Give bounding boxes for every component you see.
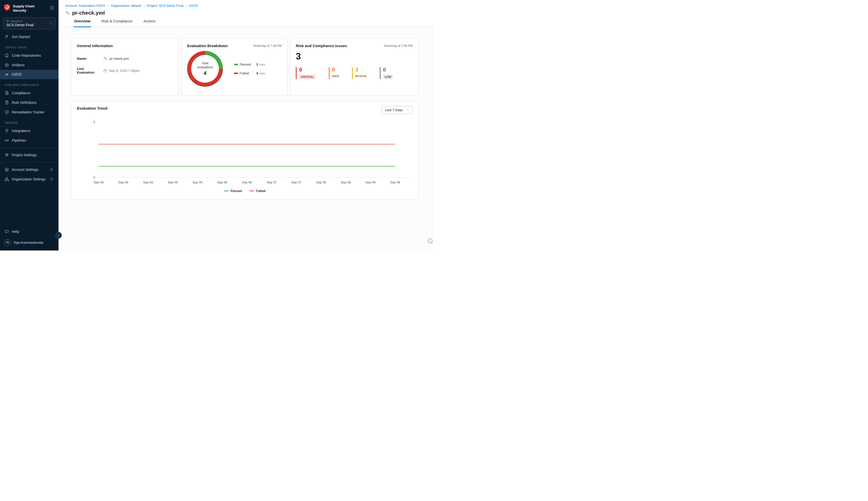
sidebar-item-get-started[interactable]: Get Started xyxy=(0,32,59,42)
svg-text:Sep 09: Sep 09 xyxy=(365,181,376,184)
breadcrumb-link-0[interactable]: Account: Automation-SSCA xyxy=(65,4,105,8)
info-icon[interactable] xyxy=(50,168,54,171)
legend-label: Failed xyxy=(256,189,265,193)
sidebar-item-compliance[interactable]: Compliance xyxy=(0,88,59,98)
cards-row: General Information Name: pr-check.yml L… xyxy=(71,38,418,96)
card-timestamp: Yesterday at 7:48 PM xyxy=(384,44,412,47)
user-menu[interactable]: TK Teja Kummarikuntla xyxy=(0,236,59,247)
svg-text:0: 0 xyxy=(93,175,95,179)
app-root: Supply Chain Security PROJECT SCS Demo F… xyxy=(0,0,434,250)
card-title: Evaluation Breakdown xyxy=(187,44,228,48)
severity-count: 0 xyxy=(383,67,393,73)
gear-icon: ⚙ xyxy=(4,153,9,157)
breadcrumb-link-3[interactable]: CI/CD xyxy=(189,4,198,8)
trend-legend-item-passed: Passed xyxy=(224,189,242,193)
sidebar-section-title: MANAGE xyxy=(0,117,59,126)
help-label: Help xyxy=(12,230,19,234)
sidebar-item-integrations[interactable]: Integrations xyxy=(0,126,59,136)
cube-icon xyxy=(6,20,9,23)
sidebar-item-code-repositories[interactable]: Code Repositories xyxy=(0,51,59,60)
legend-dash xyxy=(249,191,254,191)
sidebar-item-label: Pipelines xyxy=(12,138,26,142)
package-icon xyxy=(4,63,9,67)
chevron-down-icon xyxy=(406,108,409,111)
pipeline-icon xyxy=(4,138,9,143)
sidebar-item-organization-settings[interactable]: Organization Settings xyxy=(0,174,59,184)
sidebar-divider xyxy=(0,162,59,162)
sidebar-item-label: Compliance xyxy=(12,91,31,95)
sidebar-item-label: Project Settings xyxy=(12,153,36,157)
svg-text:Sep 09: Sep 09 xyxy=(390,181,400,184)
name-value: pr-check.yml xyxy=(109,57,129,61)
donut-center-line2: evaluations xyxy=(197,65,213,70)
severity-count: 0 xyxy=(332,67,339,73)
name-label: Name: xyxy=(77,57,103,61)
help-chat-icon xyxy=(4,229,9,234)
content: General Information Name: pr-check.yml L… xyxy=(59,27,434,250)
breadcrumb-link-2[interactable]: Project: SCS Demo Final xyxy=(147,4,183,8)
module-grid-icon[interactable] xyxy=(49,5,55,12)
tab-overview[interactable]: Overview xyxy=(74,19,91,27)
sidebar-item-account-settings[interactable]: Account Settings xyxy=(0,165,59,174)
svg-text:5: 5 xyxy=(93,120,95,124)
severity-medium: 3MEDIUM xyxy=(352,67,366,79)
breadcrumb-separator: › xyxy=(186,3,187,8)
chevron-right-icon xyxy=(49,21,53,25)
breadcrumb-link-1[interactable]: Organization: default xyxy=(111,4,141,8)
risk-and-compliance-issues-card: Risk and Compliance Issues Yesterday at … xyxy=(290,38,418,96)
project-selector[interactable]: PROJECT SCS Demo Final xyxy=(3,18,55,30)
sidebar-item-help[interactable]: Help xyxy=(0,227,59,236)
date-range-select[interactable]: Last 7 Days xyxy=(382,106,412,114)
sidebar-section-title: RISK AND COMPLIANCE xyxy=(0,79,59,88)
chat-help-button[interactable] xyxy=(427,238,433,245)
severity-count: 3 xyxy=(355,67,366,73)
legend-swatch-passed xyxy=(234,64,238,65)
evaluation-trend-card: Evaluation Trend Last 7 Days 05Sep 03Sep… xyxy=(71,101,418,200)
breakdown-legend: Passed1rulesFailed3rules xyxy=(234,63,265,75)
sidebar-collapse-toggle[interactable] xyxy=(55,232,62,239)
sidebar-item-artifacts[interactable]: Artifacts xyxy=(0,60,59,70)
sidebar-item-label: Code Repositories xyxy=(12,53,41,57)
title-row: pr-check.yml xyxy=(65,10,434,16)
sidebar-item-pipelines[interactable]: Pipelines xyxy=(0,136,59,145)
svg-text:Sep 03: Sep 03 xyxy=(94,181,104,184)
sidebar-section-title: SUPPLY CHAIN xyxy=(0,42,59,51)
sidebar-item-label: Get Started xyxy=(12,35,30,39)
tab-risk-compliance[interactable]: Risk & Compliance xyxy=(101,19,133,27)
brand-name: Supply Chain Security xyxy=(13,4,46,13)
legend-unit: rules xyxy=(259,72,265,75)
sidebar-item-label: Artifacts xyxy=(12,63,25,67)
chevron-left-icon xyxy=(57,234,60,237)
sidebar-item-label: Account Settings xyxy=(12,168,38,172)
avatar: TK xyxy=(4,239,11,246)
breadcrumb: Account: Automation-SSCA›Organization: d… xyxy=(65,3,434,8)
layers-icon xyxy=(4,167,9,172)
svg-text:Sep 08: Sep 08 xyxy=(316,181,326,184)
severity-critical: 0CRITICAL xyxy=(296,67,316,79)
legend-label: Passed xyxy=(230,189,242,193)
evaluation-trend-chart: 05Sep 03Sep 04Sep 04Sep 05Sep 05Sep 06Se… xyxy=(77,115,412,188)
sidebar-item-project-settings[interactable]: ⚙Project Settings xyxy=(0,150,59,160)
general-info-row-name: Name: pr-check.yml xyxy=(77,56,173,61)
trend-legend: PassedFailed xyxy=(77,189,412,193)
sidebar-item-label: CI/CD xyxy=(12,72,21,76)
severity-low: 0LOW xyxy=(380,67,393,79)
breadcrumb-separator: › xyxy=(144,3,145,8)
flag-icon xyxy=(4,34,9,39)
sidebar-item-remediation-tracker[interactable]: Remediation Tracker xyxy=(0,107,59,117)
donut-center: Total evaluations 4 xyxy=(187,51,223,87)
evaluation-breakdown-card: Evaluation Breakdown Yesterday at 7:48 P… xyxy=(181,38,287,96)
sidebar-item-label: Organization Settings xyxy=(12,177,46,181)
sidebar-item-ci-cd[interactable]: ∞CI/CD xyxy=(0,70,59,79)
clipboard-icon xyxy=(4,100,9,105)
general-information-card: General Information Name: pr-check.yml L… xyxy=(71,38,179,96)
sidebar-item-rule-definitions[interactable]: Rule Definitions xyxy=(0,98,59,107)
trend-chart-svg: 05Sep 03Sep 04Sep 04Sep 05Sep 05Sep 06Se… xyxy=(77,115,413,186)
severity-label: HIGH xyxy=(332,75,339,78)
legend-unit: rules xyxy=(259,63,265,66)
svg-text:Sep 04: Sep 04 xyxy=(143,181,153,184)
svg-text:Sep 08: Sep 08 xyxy=(341,181,351,184)
info-icon[interactable] xyxy=(50,178,54,181)
tab-actions[interactable]: Actions xyxy=(143,19,156,27)
legend-count: 3rules xyxy=(256,71,265,75)
